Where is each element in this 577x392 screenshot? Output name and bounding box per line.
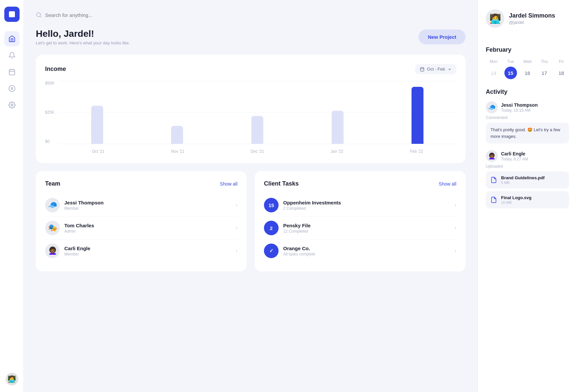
bar-oct-bar	[91, 106, 103, 144]
tom-chevron: ›	[236, 225, 237, 231]
page-subtitle: Let's get to work. Here's what your day …	[36, 40, 130, 45]
cal-day-14[interactable]: 14	[487, 67, 500, 79]
cal-day-18[interactable]: 18	[555, 67, 568, 79]
oppenheim-sub: 2 Completed	[283, 206, 450, 211]
oppenheim-badge: 15	[264, 198, 279, 212]
tom-role: Admin	[64, 229, 231, 234]
jessi-activity-action: Commented	[486, 115, 569, 120]
carli-info: Carli Engle Member	[64, 246, 231, 256]
user-avatar-sidebar[interactable]: 👩‍💻	[6, 373, 18, 385]
brand-file-size: 5 MB	[501, 181, 545, 185]
sidebar-item-bell[interactable]	[4, 48, 20, 63]
svg-rect-1	[9, 70, 15, 75]
profile-name: Jardel Simmons	[509, 12, 555, 19]
svg-line-9	[40, 16, 41, 17]
carli-activity-avatar: 👩🏾‍🦱	[486, 150, 498, 162]
bar-nov	[139, 126, 216, 144]
orange-chevron: ›	[455, 248, 456, 254]
new-project-button[interactable]: New Project	[418, 29, 466, 44]
jessi-activity-header: 🧢 Jessi Thompson Today, 10:15 AM	[486, 101, 569, 113]
oppenheim-name: Oppenheim Investments	[283, 200, 450, 205]
activity-item-jessi: 🧢 Jessi Thompson Today, 10:15 AM Comment…	[486, 101, 569, 143]
profile-handle: @jardel	[509, 20, 555, 25]
team-member-tom[interactable]: 🎭 Tom Charles Admin ›	[45, 217, 237, 240]
chart-x-labels: Oct '21 Nov '21 Dec '21 Jan '22 Feb '22	[58, 149, 456, 154]
svg-rect-10	[420, 68, 424, 71]
page-greeting: Hello, Jardel!	[36, 28, 130, 39]
dollar-icon	[8, 85, 16, 92]
orange-info: Orange Co. All tasks complete	[283, 246, 450, 256]
team-member-jessi[interactable]: 🧢 Jessi Thompson Member ›	[45, 194, 237, 217]
jessi-role: Member	[64, 206, 231, 211]
pensky-badge: 2	[264, 221, 279, 235]
chart-y-labels: $50K $25K $0	[45, 81, 57, 144]
pensky-name: Pensky File	[283, 223, 450, 228]
calendar-small-icon	[420, 67, 424, 72]
cal-day-16[interactable]: 16	[521, 67, 534, 79]
tasks-show-all[interactable]: Show all	[439, 181, 456, 187]
y-label-50k: $50K	[45, 81, 54, 85]
cal-day-17[interactable]: 17	[538, 67, 551, 79]
cal-day-15[interactable]: 15	[504, 67, 517, 79]
bar-oct	[58, 106, 136, 144]
x-label-dec: Dec '21	[218, 149, 297, 154]
task-orange[interactable]: ✓ Orange Co. All tasks complete ›	[264, 240, 456, 262]
calendar-section: February Mon Tue Wed Thu Fri 14 15 16 17…	[486, 46, 569, 79]
jessi-avatar: 🧢	[45, 198, 60, 212]
pensky-info: Pensky File 12 Completed	[283, 223, 450, 234]
tom-avatar: 🎭	[45, 221, 60, 235]
orange-badge: ✓	[264, 244, 279, 258]
search-bar	[36, 12, 466, 18]
header-text: Hello, Jardel! Let's get to work. Here's…	[36, 28, 130, 45]
calendar-icon	[8, 68, 16, 76]
jessi-activity-time: Today, 10:15 AM	[501, 108, 538, 113]
date-range-picker[interactable]: Oct - Feb	[415, 64, 456, 74]
pensky-sub: 12 Completed	[283, 229, 450, 234]
file-icon-logo	[490, 196, 497, 203]
activity-title: Activity	[486, 88, 569, 95]
task-pensky[interactable]: 2 Pensky File 12 Completed ›	[264, 217, 456, 240]
logo-file-size: 10 MB	[501, 200, 532, 204]
jessi-activity-avatar: 🧢	[486, 101, 498, 113]
logo-file-info: Final Logo.svg 10 MB	[501, 195, 532, 204]
x-label-oct: Oct '21	[58, 149, 138, 154]
file-icon-brand	[490, 177, 497, 183]
jessi-name: Jessi Thompson	[64, 200, 231, 205]
team-header: Team Show all	[45, 180, 237, 187]
file-item-logo: Final Logo.svg 10 MB	[486, 191, 569, 208]
sidebar-item-home[interactable]	[4, 31, 20, 46]
search-input[interactable]	[45, 12, 145, 18]
cal-header-wed: Wed	[520, 58, 535, 65]
calendar-grid: Mon Tue Wed Thu Fri 14 15 16 17 18	[486, 58, 569, 79]
activity-section: Activity 🧢 Jessi Thompson Today, 10:15 A…	[486, 88, 569, 208]
svg-point-8	[36, 13, 40, 17]
sidebar-item-settings[interactable]	[4, 97, 20, 113]
carli-role: Member	[64, 252, 231, 256]
income-chart: $50K $25K $0	[45, 81, 456, 154]
task-oppenheim[interactable]: 15 Oppenheim Investments 2 Completed ›	[264, 194, 456, 217]
bar-feb	[379, 87, 456, 144]
app-logo[interactable]	[4, 7, 20, 22]
right-panel: 👩‍💻 Jardel Simmons @jardel February Mon …	[478, 0, 577, 392]
cal-header-fri: Fri	[553, 58, 569, 65]
main-content: Hello, Jardel! Let's get to work. Here's…	[24, 0, 478, 392]
income-title: Income	[45, 66, 66, 73]
profile-info: Jardel Simmons @jardel	[509, 12, 555, 25]
cal-header-thu: Thu	[537, 58, 552, 65]
orange-name: Orange Co.	[283, 246, 450, 251]
carli-avatar: 👩🏾‍🦱	[45, 244, 60, 258]
carli-activity-action: Uploaded	[486, 164, 569, 169]
team-member-carli[interactable]: 👩🏾‍🦱 Carli Engle Member ›	[45, 240, 237, 262]
calendar-month: February	[486, 46, 569, 53]
sidebar-item-calendar[interactable]	[4, 64, 20, 80]
date-range-label: Oct - Feb	[427, 67, 445, 72]
carli-name: Carli Engle	[64, 246, 231, 251]
chevron-down-icon	[448, 67, 452, 71]
team-show-all[interactable]: Show all	[220, 181, 237, 187]
x-label-jan: Jan '22	[297, 149, 377, 154]
carli-activity-header: 👩🏾‍🦱 Carli Engle Today, 8:27 AM	[486, 150, 569, 162]
carli-activity-name: Carli Engle	[501, 151, 528, 156]
sidebar-item-dollar[interactable]	[4, 81, 20, 96]
grid-line-bottom	[58, 144, 456, 144]
jessi-chevron: ›	[236, 202, 237, 208]
